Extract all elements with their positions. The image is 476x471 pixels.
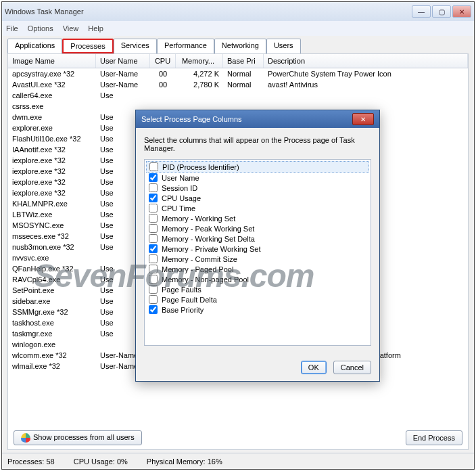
cell-image: FlashUtil10e.exe *32 bbox=[8, 134, 96, 143]
cell-image: iexplore.exe *32 bbox=[8, 188, 96, 198]
window-title: Windows Task Manager bbox=[5, 7, 412, 16]
column-option[interactable]: Base Priority bbox=[146, 305, 369, 315]
column-option[interactable]: Memory - Commit Size bbox=[146, 254, 369, 264]
column-label: Memory - Private Working Set bbox=[162, 245, 261, 253]
column-label: Memory - Paged Pool bbox=[162, 265, 233, 273]
column-option[interactable]: User Name bbox=[146, 173, 369, 183]
column-option[interactable]: PID (Process Identifier) bbox=[146, 161, 369, 173]
col-base-priority[interactable]: Base Pri bbox=[223, 54, 264, 68]
cell-image: nusb3mon.exe *32 bbox=[8, 242, 96, 252]
end-process-button[interactable]: End Process bbox=[406, 430, 462, 445]
cell-image: sidebar.exe bbox=[8, 296, 96, 306]
column-label: User Name bbox=[162, 174, 199, 182]
close-button[interactable]: ✕ bbox=[452, 5, 471, 18]
tab-processes[interactable]: Processes bbox=[62, 39, 113, 53]
column-label: Memory - Working Set bbox=[162, 215, 235, 223]
cell-mem: 2,780 K bbox=[176, 80, 223, 89]
column-checkbox[interactable] bbox=[149, 214, 158, 223]
column-option[interactable]: Memory - Peak Working Set bbox=[146, 223, 369, 233]
cell-desc bbox=[264, 91, 468, 100]
column-option[interactable]: Page Faults bbox=[146, 284, 369, 294]
cell-pri: Normal bbox=[223, 69, 264, 78]
col-user-name[interactable]: User Name bbox=[96, 54, 150, 68]
dialog-instruction: Select the columns that will appear on t… bbox=[144, 136, 371, 152]
col-image-name[interactable]: Image Name bbox=[8, 54, 96, 68]
column-checkbox[interactable] bbox=[149, 173, 158, 182]
column-checkbox[interactable] bbox=[149, 183, 158, 192]
column-checkbox[interactable] bbox=[149, 234, 158, 243]
column-option[interactable]: Session ID bbox=[146, 183, 369, 193]
column-option[interactable]: Memory - Private Working Set bbox=[146, 244, 369, 254]
column-checkbox[interactable] bbox=[149, 265, 158, 273]
col-cpu[interactable]: CPU bbox=[150, 54, 176, 68]
column-checkbox[interactable] bbox=[149, 254, 158, 263]
cell-image: explorer.exe bbox=[8, 123, 96, 133]
column-option[interactable]: Page Fault Delta bbox=[146, 294, 369, 305]
column-checkbox[interactable] bbox=[149, 295, 158, 304]
column-label: PID (Process Identifier) bbox=[162, 163, 239, 171]
column-label: Base Priority bbox=[162, 306, 204, 314]
show-all-users-button[interactable]: Show processes from all users bbox=[14, 430, 142, 445]
column-option[interactable]: Memory - Working Set bbox=[146, 213, 369, 223]
status-memory: Physical Memory: 16% bbox=[147, 457, 222, 466]
dialog-title: Select Process Page Columns bbox=[141, 115, 352, 123]
dialog-titlebar: Select Process Page Columns ✕ bbox=[136, 110, 379, 128]
cell-mem bbox=[176, 91, 223, 100]
minimize-button[interactable]: — bbox=[412, 5, 431, 18]
column-label: Memory - Non-paged Pool bbox=[162, 275, 249, 284]
cell-image: iexplore.exe *32 bbox=[8, 156, 96, 165]
titlebar: Windows Task Manager — ▢ ✕ bbox=[2, 2, 474, 21]
menu-view[interactable]: View bbox=[63, 24, 79, 32]
columns-listbox[interactable]: PID (Process Identifier)User NameSession… bbox=[144, 159, 371, 346]
cell-image: MSOSYNC.exe bbox=[8, 221, 96, 230]
ok-button[interactable]: OK bbox=[301, 361, 327, 374]
column-checkbox[interactable] bbox=[149, 275, 158, 284]
cell-image: taskhost.exe bbox=[8, 318, 96, 328]
tab-users[interactable]: Users bbox=[266, 39, 301, 53]
table-row[interactable]: apcsystray.exe *32User-Name004,272 KNorm… bbox=[8, 68, 468, 79]
table-header: Image Name User Name CPU Memory... Base … bbox=[8, 54, 468, 68]
column-checkbox[interactable] bbox=[149, 224, 158, 233]
column-label: Session ID bbox=[162, 184, 197, 192]
column-checkbox[interactable] bbox=[149, 244, 158, 253]
menu-file[interactable]: File bbox=[6, 24, 18, 32]
column-option[interactable]: Memory - Paged Pool bbox=[146, 264, 369, 274]
cell-desc: PowerChute System Tray Power Icon bbox=[264, 69, 468, 78]
column-label: CPU Time bbox=[162, 204, 195, 212]
cell-image: iexplore.exe *32 bbox=[8, 166, 96, 176]
cell-image: csrss.exe bbox=[8, 102, 96, 111]
dialog-close-button[interactable]: ✕ bbox=[352, 113, 374, 125]
cell-image: dwm.exe bbox=[8, 112, 96, 122]
column-checkbox[interactable] bbox=[149, 305, 158, 314]
menu-help[interactable]: Help bbox=[88, 24, 103, 32]
cell-image: RAVCpl64.exe bbox=[8, 275, 96, 284]
column-option[interactable]: Memory - Non-paged Pool bbox=[146, 274, 369, 284]
tab-applications[interactable]: Applications bbox=[7, 39, 62, 53]
maximize-button[interactable]: ▢ bbox=[432, 5, 451, 18]
cell-image: msseces.exe *32 bbox=[8, 231, 96, 241]
bottom-bar: Show processes from all users End Proces… bbox=[8, 426, 468, 449]
tab-services[interactable]: Services bbox=[114, 39, 157, 53]
column-option[interactable]: CPU Time bbox=[146, 203, 369, 213]
table-row[interactable]: caller64.exeUse bbox=[8, 90, 468, 101]
column-label: Memory - Commit Size bbox=[162, 255, 237, 263]
column-checkbox[interactable] bbox=[149, 204, 158, 212]
column-option[interactable]: Memory - Working Set Delta bbox=[146, 233, 369, 244]
tab-performance[interactable]: Performance bbox=[157, 39, 214, 53]
tab-networking[interactable]: Networking bbox=[214, 39, 266, 53]
col-memory[interactable]: Memory... bbox=[176, 54, 223, 68]
window-controls: — ▢ ✕ bbox=[412, 5, 471, 18]
table-row[interactable]: AvastUI.exe *32User-Name002,780 KNormala… bbox=[8, 79, 468, 90]
column-checkbox[interactable] bbox=[149, 194, 158, 202]
cell-image: caller64.exe bbox=[8, 91, 96, 100]
cancel-button[interactable]: Cancel bbox=[333, 361, 371, 374]
col-description[interactable]: Description bbox=[264, 54, 468, 68]
column-option[interactable]: CPU Usage bbox=[146, 193, 369, 203]
column-checkbox[interactable] bbox=[149, 162, 158, 171]
status-cpu: CPU Usage: 0% bbox=[74, 457, 128, 466]
menu-options[interactable]: Options bbox=[28, 24, 53, 32]
column-checkbox[interactable] bbox=[149, 285, 158, 294]
cell-image: SetPoint.exe bbox=[8, 286, 96, 295]
statusbar: Processes: 58 CPU Usage: 0% Physical Mem… bbox=[2, 453, 474, 469]
cell-cpu: 00 bbox=[150, 69, 176, 78]
